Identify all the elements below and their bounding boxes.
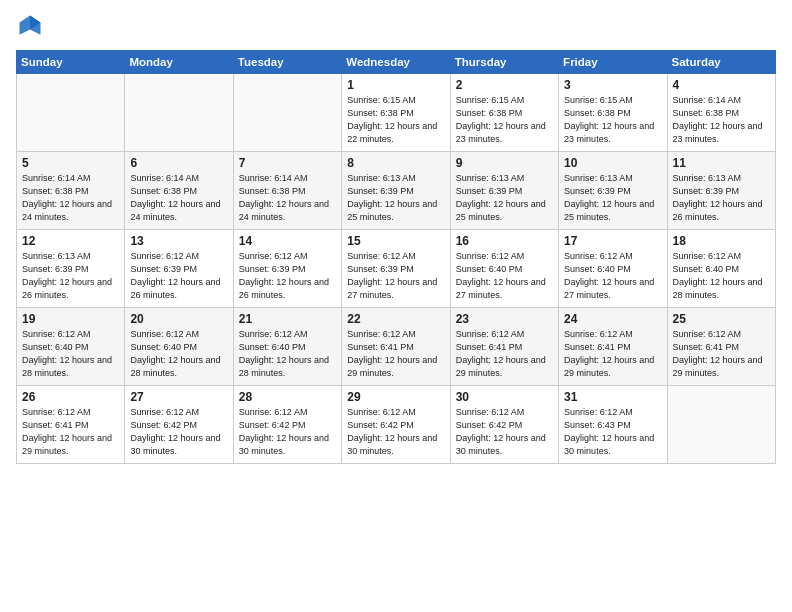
day-number: 3 — [564, 78, 661, 92]
day-number: 4 — [673, 78, 770, 92]
day-number: 24 — [564, 312, 661, 326]
calendar-cell: 1Sunrise: 6:15 AMSunset: 6:38 PMDaylight… — [342, 74, 450, 152]
day-number: 5 — [22, 156, 119, 170]
calendar-cell: 22Sunrise: 6:12 AMSunset: 6:41 PMDayligh… — [342, 308, 450, 386]
calendar-week-row: 26Sunrise: 6:12 AMSunset: 6:41 PMDayligh… — [17, 386, 776, 464]
calendar-cell: 7Sunrise: 6:14 AMSunset: 6:38 PMDaylight… — [233, 152, 341, 230]
day-number: 20 — [130, 312, 227, 326]
day-info: Sunrise: 6:12 AMSunset: 6:39 PMDaylight:… — [130, 250, 227, 302]
day-info: Sunrise: 6:14 AMSunset: 6:38 PMDaylight:… — [130, 172, 227, 224]
day-number: 31 — [564, 390, 661, 404]
weekday-header-friday: Friday — [559, 51, 667, 74]
calendar-cell: 17Sunrise: 6:12 AMSunset: 6:40 PMDayligh… — [559, 230, 667, 308]
day-number: 15 — [347, 234, 444, 248]
calendar-cell: 5Sunrise: 6:14 AMSunset: 6:38 PMDaylight… — [17, 152, 125, 230]
calendar-cell — [233, 74, 341, 152]
weekday-header-wednesday: Wednesday — [342, 51, 450, 74]
day-number: 9 — [456, 156, 553, 170]
calendar-cell: 25Sunrise: 6:12 AMSunset: 6:41 PMDayligh… — [667, 308, 775, 386]
calendar-cell: 21Sunrise: 6:12 AMSunset: 6:40 PMDayligh… — [233, 308, 341, 386]
day-number: 25 — [673, 312, 770, 326]
day-info: Sunrise: 6:14 AMSunset: 6:38 PMDaylight:… — [239, 172, 336, 224]
day-info: Sunrise: 6:12 AMSunset: 6:42 PMDaylight:… — [130, 406, 227, 458]
day-info: Sunrise: 6:13 AMSunset: 6:39 PMDaylight:… — [347, 172, 444, 224]
day-info: Sunrise: 6:12 AMSunset: 6:41 PMDaylight:… — [564, 328, 661, 380]
day-info: Sunrise: 6:12 AMSunset: 6:39 PMDaylight:… — [239, 250, 336, 302]
calendar-cell: 23Sunrise: 6:12 AMSunset: 6:41 PMDayligh… — [450, 308, 558, 386]
calendar-week-row: 12Sunrise: 6:13 AMSunset: 6:39 PMDayligh… — [17, 230, 776, 308]
day-number: 8 — [347, 156, 444, 170]
calendar-cell: 16Sunrise: 6:12 AMSunset: 6:40 PMDayligh… — [450, 230, 558, 308]
day-info: Sunrise: 6:13 AMSunset: 6:39 PMDaylight:… — [456, 172, 553, 224]
calendar-cell: 27Sunrise: 6:12 AMSunset: 6:42 PMDayligh… — [125, 386, 233, 464]
calendar-cell: 28Sunrise: 6:12 AMSunset: 6:42 PMDayligh… — [233, 386, 341, 464]
day-info: Sunrise: 6:15 AMSunset: 6:38 PMDaylight:… — [456, 94, 553, 146]
day-info: Sunrise: 6:12 AMSunset: 6:41 PMDaylight:… — [347, 328, 444, 380]
calendar-week-row: 1Sunrise: 6:15 AMSunset: 6:38 PMDaylight… — [17, 74, 776, 152]
day-info: Sunrise: 6:15 AMSunset: 6:38 PMDaylight:… — [347, 94, 444, 146]
day-number: 2 — [456, 78, 553, 92]
day-number: 22 — [347, 312, 444, 326]
calendar-cell: 29Sunrise: 6:12 AMSunset: 6:42 PMDayligh… — [342, 386, 450, 464]
calendar-cell: 11Sunrise: 6:13 AMSunset: 6:39 PMDayligh… — [667, 152, 775, 230]
calendar-table: SundayMondayTuesdayWednesdayThursdayFrid… — [16, 50, 776, 464]
day-number: 18 — [673, 234, 770, 248]
logo — [16, 12, 48, 40]
day-info: Sunrise: 6:13 AMSunset: 6:39 PMDaylight:… — [673, 172, 770, 224]
calendar-cell: 20Sunrise: 6:12 AMSunset: 6:40 PMDayligh… — [125, 308, 233, 386]
day-info: Sunrise: 6:12 AMSunset: 6:41 PMDaylight:… — [673, 328, 770, 380]
day-info: Sunrise: 6:12 AMSunset: 6:41 PMDaylight:… — [456, 328, 553, 380]
calendar-cell: 24Sunrise: 6:12 AMSunset: 6:41 PMDayligh… — [559, 308, 667, 386]
header — [16, 12, 776, 40]
weekday-header-thursday: Thursday — [450, 51, 558, 74]
day-info: Sunrise: 6:12 AMSunset: 6:42 PMDaylight:… — [347, 406, 444, 458]
day-number: 11 — [673, 156, 770, 170]
day-number: 30 — [456, 390, 553, 404]
calendar-cell: 13Sunrise: 6:12 AMSunset: 6:39 PMDayligh… — [125, 230, 233, 308]
calendar-cell — [17, 74, 125, 152]
calendar-cell: 3Sunrise: 6:15 AMSunset: 6:38 PMDaylight… — [559, 74, 667, 152]
weekday-header-monday: Monday — [125, 51, 233, 74]
day-number: 16 — [456, 234, 553, 248]
day-info: Sunrise: 6:15 AMSunset: 6:38 PMDaylight:… — [564, 94, 661, 146]
calendar-cell: 12Sunrise: 6:13 AMSunset: 6:39 PMDayligh… — [17, 230, 125, 308]
calendar-cell: 26Sunrise: 6:12 AMSunset: 6:41 PMDayligh… — [17, 386, 125, 464]
day-info: Sunrise: 6:12 AMSunset: 6:40 PMDaylight:… — [564, 250, 661, 302]
day-number: 19 — [22, 312, 119, 326]
day-info: Sunrise: 6:12 AMSunset: 6:40 PMDaylight:… — [130, 328, 227, 380]
calendar-cell: 6Sunrise: 6:14 AMSunset: 6:38 PMDaylight… — [125, 152, 233, 230]
calendar-cell: 8Sunrise: 6:13 AMSunset: 6:39 PMDaylight… — [342, 152, 450, 230]
calendar-cell — [125, 74, 233, 152]
page: SundayMondayTuesdayWednesdayThursdayFrid… — [0, 0, 792, 612]
day-info: Sunrise: 6:12 AMSunset: 6:42 PMDaylight:… — [239, 406, 336, 458]
day-info: Sunrise: 6:12 AMSunset: 6:40 PMDaylight:… — [673, 250, 770, 302]
day-number: 29 — [347, 390, 444, 404]
day-number: 7 — [239, 156, 336, 170]
weekday-header-row: SundayMondayTuesdayWednesdayThursdayFrid… — [17, 51, 776, 74]
day-number: 14 — [239, 234, 336, 248]
calendar-cell: 14Sunrise: 6:12 AMSunset: 6:39 PMDayligh… — [233, 230, 341, 308]
day-info: Sunrise: 6:12 AMSunset: 6:40 PMDaylight:… — [239, 328, 336, 380]
day-info: Sunrise: 6:12 AMSunset: 6:39 PMDaylight:… — [347, 250, 444, 302]
calendar-cell: 9Sunrise: 6:13 AMSunset: 6:39 PMDaylight… — [450, 152, 558, 230]
day-number: 1 — [347, 78, 444, 92]
calendar-cell: 19Sunrise: 6:12 AMSunset: 6:40 PMDayligh… — [17, 308, 125, 386]
day-info: Sunrise: 6:13 AMSunset: 6:39 PMDaylight:… — [564, 172, 661, 224]
day-number: 6 — [130, 156, 227, 170]
calendar-cell — [667, 386, 775, 464]
day-number: 13 — [130, 234, 227, 248]
weekday-header-tuesday: Tuesday — [233, 51, 341, 74]
day-number: 27 — [130, 390, 227, 404]
calendar-week-row: 19Sunrise: 6:12 AMSunset: 6:40 PMDayligh… — [17, 308, 776, 386]
calendar-cell: 10Sunrise: 6:13 AMSunset: 6:39 PMDayligh… — [559, 152, 667, 230]
day-info: Sunrise: 6:12 AMSunset: 6:43 PMDaylight:… — [564, 406, 661, 458]
calendar-cell: 4Sunrise: 6:14 AMSunset: 6:38 PMDaylight… — [667, 74, 775, 152]
day-info: Sunrise: 6:12 AMSunset: 6:40 PMDaylight:… — [22, 328, 119, 380]
day-info: Sunrise: 6:14 AMSunset: 6:38 PMDaylight:… — [673, 94, 770, 146]
day-info: Sunrise: 6:14 AMSunset: 6:38 PMDaylight:… — [22, 172, 119, 224]
calendar-cell: 15Sunrise: 6:12 AMSunset: 6:39 PMDayligh… — [342, 230, 450, 308]
calendar-cell: 30Sunrise: 6:12 AMSunset: 6:42 PMDayligh… — [450, 386, 558, 464]
day-number: 17 — [564, 234, 661, 248]
weekday-header-saturday: Saturday — [667, 51, 775, 74]
calendar-week-row: 5Sunrise: 6:14 AMSunset: 6:38 PMDaylight… — [17, 152, 776, 230]
